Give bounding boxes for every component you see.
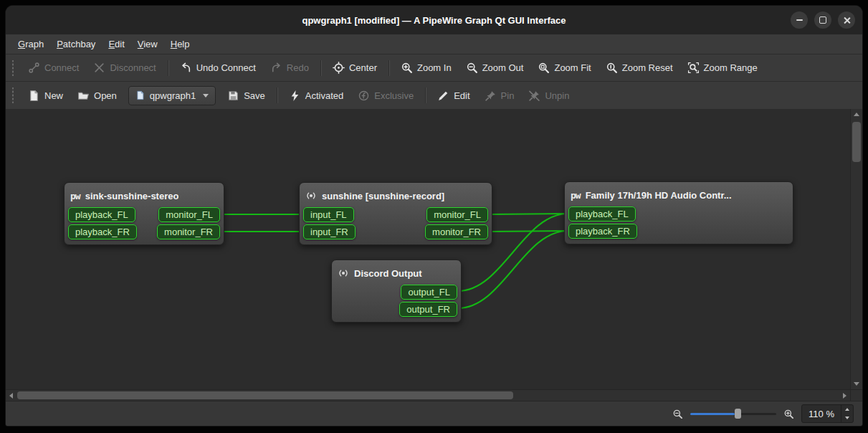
undo-connect-button[interactable]: Undo Connect <box>173 58 262 77</box>
scroll-up-arrow[interactable] <box>854 113 859 116</box>
patchbay-selector-value: qpwgraph1 <box>150 90 196 101</box>
port-output-fr[interactable]: output_FR <box>399 302 457 317</box>
menu-view[interactable]: View <box>131 34 164 54</box>
node-sunshine[interactable]: sunshine [sunshine-record] input_FL moni… <box>299 182 492 245</box>
unpin-icon <box>528 90 540 102</box>
menu-edit[interactable]: Edit <box>102 34 130 54</box>
node-header: pw Family 17h/19h HD Audio Contr... <box>568 185 789 205</box>
unpin-button[interactable]: Unpin <box>522 86 576 105</box>
zoom-fit-label: Zoom Fit <box>554 62 591 73</box>
save-button[interactable]: Save <box>221 86 272 105</box>
menu-help[interactable]: Help <box>164 34 196 54</box>
toolbar-separator <box>320 60 321 76</box>
open-folder-icon <box>77 90 90 102</box>
window-controls <box>791 11 855 29</box>
menu-help-label: Help <box>171 39 190 49</box>
zoom-reset-button[interactable]: Zoom Reset <box>599 58 679 77</box>
port-playback-fl[interactable]: playback_FL <box>568 206 636 222</box>
node-title: Family 17h/19h HD Audio Contr... <box>586 190 732 201</box>
maximize-icon <box>819 16 826 24</box>
zoom-out-icon <box>466 62 478 74</box>
zoom-in-icon <box>401 62 413 74</box>
disconnect-button[interactable]: Disconnect <box>87 58 162 77</box>
exclusive-icon <box>358 90 370 102</box>
port-monitor-fl[interactable]: monitor_FL <box>426 207 488 222</box>
port-row: output_FL <box>335 285 457 300</box>
toolbar-separator <box>277 87 277 103</box>
port-playback-fr[interactable]: playback_FR <box>68 224 137 239</box>
connect-button[interactable]: Connect <box>22 58 85 77</box>
minimize-button[interactable] <box>791 11 808 29</box>
zoom-out-button[interactable]: Zoom Out <box>459 58 530 77</box>
zoom-in-label: Zoom In <box>417 62 452 73</box>
statusbar: 110 % <box>6 401 862 426</box>
port-input-fl[interactable]: input_FL <box>303 207 354 222</box>
spin-up-button[interactable] <box>841 405 853 414</box>
undo-icon <box>180 62 192 74</box>
port-monitor-fr[interactable]: monitor_FR <box>157 224 220 239</box>
open-label: Open <box>94 90 117 101</box>
maximize-button[interactable] <box>814 11 831 29</box>
port-playback-fl[interactable]: playback_FL <box>68 207 135 222</box>
zoom-out-icon[interactable] <box>672 409 683 419</box>
toolbar-drag-handle[interactable] <box>11 87 14 103</box>
close-button[interactable] <box>838 11 855 29</box>
port-playback-fr[interactable]: playback_FR <box>568 224 637 239</box>
node-discord-output[interactable]: Discord Output output_FL output_FR <box>331 260 462 323</box>
undo-connect-label: Undo Connect <box>196 62 256 73</box>
port-monitor-fr[interactable]: monitor_FR <box>425 224 488 239</box>
zoom-range-button[interactable]: Zoom Range <box>681 58 764 77</box>
node-sink-sunshine-stereo[interactable]: pw sink-sunshine-stereo playback_FL moni… <box>64 182 224 245</box>
port-row: playback_FL <box>568 206 789 222</box>
node-family-hd-audio[interactable]: pw Family 17h/19h HD Audio Contr... play… <box>564 181 793 244</box>
zoom-slider[interactable] <box>690 407 776 420</box>
menu-graph[interactable]: Graph <box>11 34 50 54</box>
menu-patchbay[interactable]: Patchbay <box>50 34 102 54</box>
vertical-scrollbar[interactable] <box>850 109 862 389</box>
zoom-spinbox[interactable]: 110 % <box>801 404 854 423</box>
center-icon <box>333 62 345 74</box>
horizontal-scrollbar-thumb[interactable] <box>17 391 513 399</box>
zoom-in-button[interactable]: Zoom In <box>394 58 458 77</box>
app-window: qpwgraph1 [modified] — A PipeWire Graph … <box>6 6 862 426</box>
activated-button[interactable]: Activated <box>282 86 350 105</box>
exclusive-button[interactable]: Exclusive <box>351 86 420 105</box>
scroll-left-arrow[interactable] <box>9 393 13 399</box>
port-output-fl[interactable]: output_FL <box>401 285 457 300</box>
open-button[interactable]: Open <box>71 86 123 105</box>
port-monitor-fl[interactable]: monitor_FL <box>158 207 220 222</box>
pipewire-icon: pw <box>70 191 80 201</box>
graph-canvas[interactable]: pw sink-sunshine-stereo playback_FL moni… <box>6 109 850 389</box>
activated-label: Activated <box>305 90 343 101</box>
patchbay-selector[interactable]: qpwgraph1 <box>128 86 216 105</box>
menu-view-label: View <box>138 39 158 49</box>
pipewire-icon: pw <box>571 190 581 201</box>
scroll-right-arrow[interactable] <box>843 393 846 399</box>
graph-toolbar: Connect Disconnect Undo Connect Redo Cen… <box>6 54 862 81</box>
port-row: playback_FL monitor_FL <box>68 207 220 222</box>
new-file-icon <box>28 90 40 102</box>
spin-down-button[interactable] <box>841 414 853 422</box>
canvas-row: pw sink-sunshine-stereo playback_FL moni… <box>6 109 862 389</box>
zoom-reset-icon <box>606 62 618 74</box>
zoom-slider-fill <box>690 413 735 415</box>
new-label: New <box>44 90 63 101</box>
pin-button[interactable]: Pin <box>478 86 521 105</box>
zoom-fit-button[interactable]: Zoom Fit <box>531 58 597 77</box>
redo-button[interactable]: Redo <box>264 58 315 77</box>
edit-button[interactable]: Edit <box>431 86 476 105</box>
vertical-scrollbar-thumb[interactable] <box>852 122 861 162</box>
titlebar[interactable]: qpwgraph1 [modified] — A PipeWire Graph … <box>6 6 862 34</box>
center-button[interactable]: Center <box>326 58 383 77</box>
connection-sunshine-monitorfl-to-family-playbackfl[interactable] <box>489 214 568 214</box>
scroll-down-arrow[interactable] <box>854 382 859 386</box>
port-row: input_FR monitor_FR <box>303 224 488 239</box>
toolbar-drag-handle[interactable] <box>11 60 14 76</box>
zoom-in-icon[interactable] <box>783 409 794 419</box>
connection-sunshine-monitorfr-to-family-playbackfr[interactable] <box>489 231 568 232</box>
port-input-fr[interactable]: input_FR <box>303 224 356 239</box>
zoom-slider-handle[interactable] <box>735 409 741 419</box>
new-button[interactable]: New <box>22 86 70 105</box>
horizontal-scrollbar[interactable] <box>6 389 850 401</box>
center-label: Center <box>349 62 377 73</box>
